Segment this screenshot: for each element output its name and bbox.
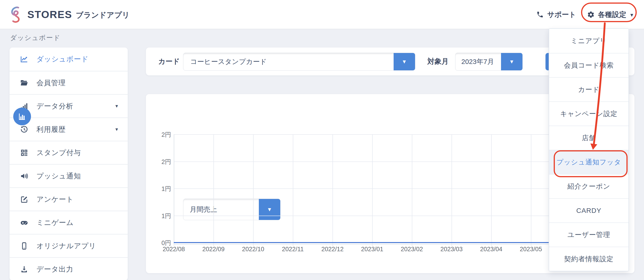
x-axis-tick-label: 2022/08 bbox=[154, 246, 194, 253]
settings-menu-item[interactable]: 店舗 bbox=[549, 126, 628, 150]
sidebar-item[interactable]: オリジナルアプリ bbox=[10, 234, 128, 257]
card-filter-label: カード bbox=[158, 48, 180, 75]
settings-menu-item[interactable]: キャンペーン設定 bbox=[549, 101, 628, 126]
sidebar-item-label: 利用履歴 bbox=[36, 125, 66, 134]
support-link[interactable]: サポート bbox=[536, 0, 576, 29]
settings-menu-item[interactable]: 紹介クーポン bbox=[549, 174, 628, 198]
settings-label: 各種設定 bbox=[598, 10, 626, 20]
x-axis-tick-label: 2023/04 bbox=[471, 246, 511, 253]
sidebar-item[interactable]: ミニゲーム bbox=[10, 211, 128, 234]
settings-menu-item[interactable]: カード bbox=[549, 77, 628, 101]
brand-area[interactable]: STORES ブランドアプリ bbox=[9, 0, 130, 29]
qr-code-icon bbox=[20, 149, 30, 157]
mobile-icon bbox=[20, 242, 30, 250]
sidebar-item-label: オリジナルアプリ bbox=[36, 241, 96, 251]
top-header: STORES ブランドアプリ サポート 各種設定 ▼ bbox=[0, 0, 644, 29]
sidebar-item-label: スタンプ付与 bbox=[36, 148, 81, 158]
y-axis-tick-label: 1円 bbox=[152, 212, 171, 220]
page-title: ダッシュボード bbox=[10, 33, 60, 43]
sidebar-nav: ダッシュボード会員管理データ分析▼利用履歴▼スタンプ付与プッシュ通知アンケートミ… bbox=[10, 48, 128, 280]
chevron-down-icon[interactable]: ▼ bbox=[114, 127, 119, 132]
settings-menu-item[interactable]: プッシュ通知フッタ bbox=[549, 150, 628, 174]
y-axis-tick-label: 2円 bbox=[152, 158, 171, 166]
sidebar-item[interactable]: データ出力 bbox=[10, 257, 128, 280]
x-axis-tick-label: 2022/10 bbox=[233, 246, 273, 253]
chevron-down-icon[interactable]: ▼ bbox=[394, 53, 415, 70]
sidebar-item[interactable]: アンケート bbox=[10, 187, 128, 211]
settings-menu-item[interactable]: CARDY bbox=[549, 198, 628, 222]
settings-dropdown-menu: ミニアプリ会員コード検索カードキャンペーン設定店舗プッシュ通知フッタ紹介クーポン… bbox=[549, 28, 629, 271]
history-icon bbox=[20, 125, 30, 133]
settings-menu-item[interactable]: 契約者情報設定 bbox=[549, 247, 628, 271]
y-axis-tick-label: 1円 bbox=[152, 185, 171, 193]
x-axis-tick-label: 2023/02 bbox=[392, 246, 432, 253]
x-axis-tick-label: 2023/03 bbox=[432, 246, 471, 253]
chevron-down-icon[interactable]: ▼ bbox=[114, 104, 119, 109]
sidebar-item-label: ミニゲーム bbox=[36, 218, 74, 227]
pen-square-icon bbox=[20, 195, 30, 204]
chevron-down-icon: ▼ bbox=[630, 12, 634, 18]
sidebar-item[interactable]: プッシュ通知 bbox=[10, 164, 128, 187]
sidebar-item[interactable]: 会員管理 bbox=[10, 71, 128, 94]
chevron-down-icon[interactable]: ▼ bbox=[501, 53, 522, 70]
app-root: STORES ブランドアプリ サポート 各種設定 ▼ ダッシュボード ダッシュボ… bbox=[0, 0, 644, 280]
bar-chart-icon bbox=[13, 108, 31, 125]
chart-line-icon bbox=[20, 55, 30, 63]
gamepad-icon bbox=[20, 219, 30, 227]
x-axis-tick-label: 2023/01 bbox=[352, 246, 392, 253]
sidebar-item-label: 会員管理 bbox=[36, 78, 66, 88]
brand-suffix: ブランドアプリ bbox=[76, 9, 130, 20]
sidebar-item[interactable]: ダッシュボード bbox=[10, 48, 128, 71]
sidebar-item[interactable]: スタンプ付与 bbox=[10, 141, 128, 164]
brand-name: STORES bbox=[27, 9, 72, 21]
download-icon bbox=[20, 265, 30, 273]
settings-menu-item[interactable]: ユーザー管理 bbox=[549, 222, 628, 247]
sidebar-item-label: ダッシュボード bbox=[36, 54, 88, 64]
month-select-value: 2023年7月 bbox=[456, 53, 501, 70]
phone-icon bbox=[536, 11, 544, 18]
support-label: サポート bbox=[547, 10, 576, 20]
settings-dropdown-button[interactable]: 各種設定 ▼ bbox=[587, 0, 634, 29]
speaker-icon bbox=[20, 172, 30, 180]
settings-menu-item[interactable]: 会員コード検索 bbox=[549, 53, 628, 77]
card-select-value: コーヒースタンプカード bbox=[183, 53, 394, 70]
y-axis-tick-label: 2円 bbox=[152, 131, 171, 139]
month-select[interactable]: 2023年7月 ▼ bbox=[455, 53, 523, 71]
card-select[interactable]: コーヒースタンプカード ▼ bbox=[183, 53, 415, 71]
x-axis-tick-label: 2022/12 bbox=[313, 246, 352, 253]
settings-menu-item[interactable]: ミニアプリ bbox=[549, 29, 628, 53]
x-axis-tick-label: 2022/11 bbox=[273, 246, 313, 253]
x-axis-tick-label: 2023/05 bbox=[511, 246, 551, 253]
stores-logo-icon bbox=[9, 6, 24, 23]
sidebar-item-label: プッシュ通知 bbox=[36, 171, 81, 181]
gear-icon bbox=[587, 11, 595, 19]
sidebar-item-label: データ出力 bbox=[36, 264, 73, 274]
x-axis-tick-label: 2022/09 bbox=[194, 246, 233, 253]
folder-open-icon bbox=[20, 79, 30, 87]
month-filter-label: 対象月 bbox=[427, 48, 448, 75]
sidebar-item-label: データ分析 bbox=[36, 101, 73, 111]
sidebar-item-label: アンケート bbox=[36, 195, 74, 204]
